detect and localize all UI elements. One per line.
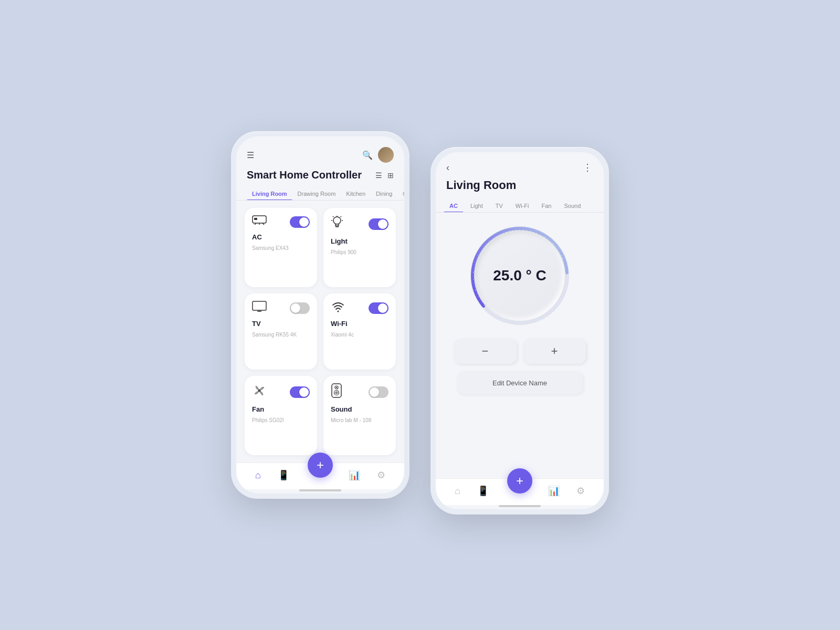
p2-nav-home[interactable]: ⌂ bbox=[455, 486, 460, 497]
device-card-wifi: Wi-Fi Xiaomi 4c bbox=[323, 293, 396, 370]
tab-drawing-room[interactable]: Drawing Room bbox=[292, 187, 341, 200]
svg-rect-4 bbox=[254, 218, 257, 220]
phone2-screen: ‹ ⋮ Living Room AC Light TV Wi-Fi Fan So… bbox=[436, 152, 604, 509]
ac-name: AC bbox=[252, 233, 310, 241]
p1-header: ☰ 🔍 bbox=[236, 136, 404, 167]
p2-fab[interactable]: + bbox=[507, 468, 532, 494]
p1-fab[interactable]: + bbox=[308, 453, 333, 478]
increase-temp-button[interactable]: + bbox=[523, 339, 586, 364]
svg-point-19 bbox=[336, 387, 337, 388]
device-card-fan: Fan Philips SG02I bbox=[245, 376, 317, 455]
device-card-sound: Sound Micro lab M - 108 bbox=[323, 376, 396, 455]
fan-toggle[interactable] bbox=[290, 386, 310, 398]
svg-line-10 bbox=[333, 216, 334, 217]
wifi-model: Xiaomi 4c bbox=[331, 332, 388, 338]
device-tab-fan[interactable]: Fan bbox=[536, 200, 556, 212]
svg-point-22 bbox=[336, 392, 337, 393]
tv-icon bbox=[252, 301, 267, 316]
phone2: ‹ ⋮ Living Room AC Light TV Wi-Fi Fan So… bbox=[430, 147, 609, 514]
svg-point-15 bbox=[338, 311, 339, 312]
thermostat-container: // Will be generated by JS below bbox=[436, 213, 604, 478]
plus-icon: + bbox=[551, 344, 558, 358]
svg-rect-12 bbox=[253, 301, 266, 310]
wifi-icon bbox=[331, 301, 345, 316]
phones-container: ☰ 🔍 Smart Home Controller ☰ ⊞ bbox=[231, 116, 609, 514]
edit-device-label: Edit Device Name bbox=[492, 379, 547, 387]
p2-nav-devices[interactable]: 📱 bbox=[477, 485, 489, 497]
light-toggle[interactable] bbox=[369, 218, 388, 230]
hamburger-icon[interactable]: ☰ bbox=[247, 150, 255, 160]
svg-point-5 bbox=[333, 217, 341, 224]
sound-name: Sound bbox=[331, 405, 388, 413]
room-title: Living Room bbox=[436, 178, 604, 200]
p1-nav-stats[interactable]: 📊 bbox=[349, 469, 360, 481]
minus-icon: − bbox=[482, 344, 489, 358]
device-tab-ac[interactable]: AC bbox=[444, 200, 463, 212]
device-tab-light[interactable]: Light bbox=[465, 200, 488, 212]
p1-nav-settings[interactable]: ⚙ bbox=[377, 469, 385, 481]
fan-name: Fan bbox=[252, 405, 310, 413]
sound-model: Micro lab M - 108 bbox=[331, 417, 388, 423]
fan-icon bbox=[252, 383, 267, 401]
tv-name: TV bbox=[252, 320, 310, 328]
device-card-tv: TV Samsung RK55 4K bbox=[245, 293, 317, 370]
more-button[interactable]: ⋮ bbox=[583, 162, 593, 173]
device-tab-sound[interactable]: Sound bbox=[559, 200, 586, 212]
temperature-display: 25.0 ° C bbox=[475, 230, 565, 321]
tab-kitchen[interactable]: Kitchen bbox=[341, 187, 371, 200]
fan-model: Philips SG02I bbox=[252, 417, 310, 423]
tab-off[interactable]: Off bbox=[397, 187, 404, 200]
avatar[interactable] bbox=[378, 147, 394, 163]
svg-line-11 bbox=[341, 216, 342, 217]
room-tabs: Living Room Drawing Room Kitchen Dining … bbox=[236, 187, 404, 201]
p2-nav-settings[interactable]: ⚙ bbox=[576, 485, 585, 497]
ac-model: Samsung EX43 bbox=[252, 245, 310, 251]
p2-bottom-nav: + ⌂ 📱 📊 ⚙ bbox=[436, 478, 604, 505]
light-name: Light bbox=[331, 237, 388, 245]
phone1: ☰ 🔍 Smart Home Controller ☰ ⊞ bbox=[231, 131, 410, 499]
title-icons: ☰ ⊞ bbox=[375, 171, 394, 180]
home-bar-2 bbox=[499, 505, 541, 507]
page-title: Smart Home Controller bbox=[247, 169, 362, 181]
ac-toggle[interactable] bbox=[290, 216, 310, 228]
p1-bottom-nav: + ⌂ 📱 📊 ⚙ bbox=[236, 463, 404, 489]
tab-living-room[interactable]: Living Room bbox=[247, 187, 292, 200]
control-row: − + bbox=[446, 339, 593, 364]
device-tab-wifi[interactable]: Wi-Fi bbox=[510, 200, 534, 212]
p2-nav-stats[interactable]: 📊 bbox=[548, 485, 560, 497]
device-grid: AC Samsung EX43 bbox=[236, 201, 404, 463]
p1-title-row: Smart Home Controller ☰ ⊞ bbox=[236, 167, 404, 187]
sound-icon bbox=[331, 383, 342, 401]
device-tab-tv[interactable]: TV bbox=[490, 200, 508, 212]
tab-dining[interactable]: Dining bbox=[371, 187, 397, 200]
p2-header: ‹ ⋮ bbox=[436, 152, 604, 178]
decrease-temp-button[interactable]: − bbox=[454, 339, 517, 364]
home-bar bbox=[299, 489, 341, 491]
device-card-ac: AC Samsung EX43 bbox=[245, 208, 317, 287]
temperature-value: 25.0 ° C bbox=[493, 267, 546, 284]
tv-model: Samsung RK55 4K bbox=[252, 332, 310, 338]
phone1-screen: ☰ 🔍 Smart Home Controller ☰ ⊞ bbox=[236, 136, 404, 494]
search-icon[interactable]: 🔍 bbox=[362, 150, 373, 160]
ac-icon bbox=[252, 215, 267, 229]
device-card-light: Light Philips 900 bbox=[323, 208, 396, 287]
wifi-name: Wi-Fi bbox=[331, 320, 388, 328]
tv-toggle[interactable] bbox=[290, 302, 310, 314]
device-tabs: AC Light TV Wi-Fi Fan Sound bbox=[436, 200, 604, 213]
light-model: Philips 900 bbox=[331, 249, 388, 255]
grid-icon[interactable]: ⊞ bbox=[387, 171, 394, 180]
p1-nav-home[interactable]: ⌂ bbox=[255, 470, 261, 481]
light-icon bbox=[331, 215, 343, 233]
p1-nav-devices[interactable]: 📱 bbox=[278, 469, 289, 481]
sound-toggle[interactable] bbox=[369, 386, 388, 398]
list-icon[interactable]: ☰ bbox=[375, 171, 382, 180]
thermostat-ring[interactable]: // Will be generated by JS below bbox=[467, 223, 572, 328]
wifi-toggle[interactable] bbox=[369, 302, 388, 314]
back-button[interactable]: ‹ bbox=[446, 162, 449, 173]
edit-device-name-button[interactable]: Edit Device Name bbox=[457, 371, 583, 394]
